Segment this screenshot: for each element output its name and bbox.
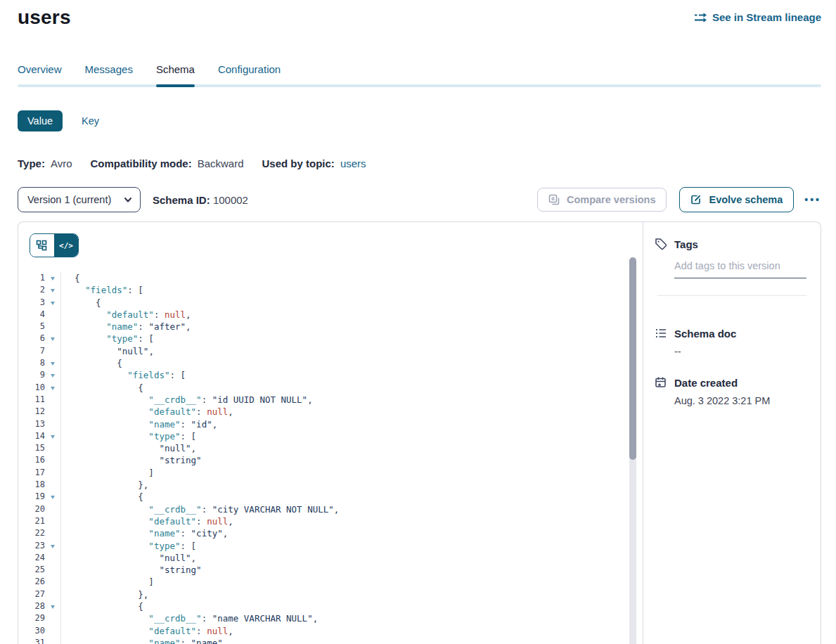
line-number: 17: [30, 467, 45, 479]
schema-doc-section-header: Schema doc: [655, 327, 806, 340]
line-number: 14: [30, 430, 45, 442]
value-tab-button[interactable]: Value: [18, 110, 63, 131]
add-tags-input[interactable]: [674, 250, 806, 278]
tab-schema[interactable]: Schema: [156, 63, 195, 84]
tags-section-header: Tags: [655, 238, 806, 250]
code-line: 21 "default": null,: [30, 515, 643, 527]
code-line: 18 },: [30, 479, 643, 491]
tag-icon: [655, 238, 667, 250]
evolve-schema-button[interactable]: Evolve schema: [679, 187, 794, 212]
fold-toggle-icon[interactable]: [45, 272, 61, 284]
code-line: 11 "__crdb__": "id UUID NOT NULL",: [30, 394, 643, 406]
code-text: ]: [61, 576, 154, 588]
version-select[interactable]: Version 1 (current): [18, 187, 141, 212]
fold-gutter: [45, 552, 61, 564]
code-text: "fields": [: [61, 369, 186, 381]
code-line: 26 ]: [30, 576, 643, 588]
line-number: 29: [30, 612, 45, 624]
code-text: "string": [61, 454, 202, 466]
line-number: 15: [30, 442, 45, 454]
fold-gutter: [45, 321, 61, 333]
fold-gutter: [45, 612, 61, 624]
fold-toggle-icon[interactable]: [45, 382, 61, 394]
line-number: 30: [30, 625, 45, 637]
calendar-plus-icon: [655, 376, 667, 389]
code-line: 7 "null",: [30, 345, 643, 357]
tab-configuration[interactable]: Configuration: [218, 63, 281, 84]
code-line: 19 {: [30, 491, 643, 503]
code-text: "fields": [: [61, 284, 143, 296]
see-in-stream-lineage-link[interactable]: See in Stream lineage: [694, 11, 821, 23]
line-number: 9: [30, 369, 45, 381]
code-text: "name": "name",: [61, 637, 228, 644]
code-line: 6 "type": [: [30, 333, 643, 344]
schema-page: users See in Stream lineage OverviewMess…: [0, 0, 836, 644]
code-text: "default": null,: [61, 625, 233, 637]
tree-view-icon: [36, 240, 49, 251]
sidebar-divider: [657, 295, 806, 296]
line-number: 22: [30, 527, 45, 539]
code-line: 27 },: [30, 588, 643, 600]
date-created-title: Date created: [674, 377, 738, 389]
tree-view-button[interactable]: [30, 234, 54, 257]
type-value: Avro: [51, 157, 72, 169]
fold-toggle-icon[interactable]: [45, 333, 61, 344]
code-line: 1{: [30, 272, 643, 284]
line-number: 2: [30, 284, 45, 296]
doc-list-icon: [655, 327, 667, 340]
code-view-icon: </>: [59, 241, 73, 250]
line-number: 24: [30, 552, 45, 564]
date-created-value: Aug. 3 2022 3:21 PM: [674, 395, 806, 406]
schema-doc-title: Schema doc: [674, 328, 736, 340]
tab-messages[interactable]: Messages: [85, 63, 133, 84]
code-view-button[interactable]: </>: [54, 234, 78, 257]
fold-gutter: [45, 479, 61, 491]
schema-doc-value: --: [674, 346, 806, 357]
editor-scrollbar-track[interactable]: [629, 257, 636, 644]
schema-code-editor[interactable]: 1{2 "fields": [3 {4 "default": null,5 "n…: [30, 272, 643, 644]
line-number: 26: [30, 576, 45, 588]
tab-track: [18, 84, 821, 87]
compatibility-value: Backward: [198, 157, 244, 169]
code-text: {: [61, 357, 122, 369]
fold-gutter: [45, 394, 61, 406]
fold-gutter: [45, 527, 61, 539]
fold-toggle-icon[interactable]: [45, 284, 61, 296]
fold-toggle-icon[interactable]: [45, 430, 61, 442]
code-text: "default": null,: [61, 406, 233, 418]
more-actions-button[interactable]: •••: [804, 194, 821, 205]
value-key-toggle: Value Key: [18, 110, 821, 131]
compare-versions-button[interactable]: Compare versions: [537, 188, 667, 212]
code-text: {: [61, 600, 143, 612]
fold-toggle-icon[interactable]: [45, 357, 61, 369]
fold-toggle-icon[interactable]: [45, 491, 61, 503]
editor-scrollbar-thumb[interactable]: [629, 257, 636, 460]
line-number: 20: [30, 503, 45, 515]
code-line: 24 "null",: [30, 552, 643, 564]
code-line: 13 "name": "id",: [30, 418, 643, 430]
fold-gutter: [45, 309, 61, 321]
key-tab-button[interactable]: Key: [82, 115, 99, 127]
code-text: {: [61, 297, 101, 309]
code-line: 5 "name": "after",: [30, 321, 643, 333]
fold-toggle-icon[interactable]: [45, 369, 61, 381]
fold-toggle-icon[interactable]: [45, 540, 61, 552]
code-text: "__crdb__": "city VARCHAR NOT NULL",: [61, 503, 339, 515]
code-line: 10 {: [30, 382, 643, 394]
topic-link[interactable]: users: [340, 157, 366, 169]
schema-editor-panel[interactable]: </> 1{2 "fields": [3 {4 "default": null,…: [18, 222, 643, 644]
code-line: 20 "__crdb__": "city VARCHAR NOT NULL",: [30, 503, 643, 515]
fold-toggle-icon[interactable]: [45, 297, 61, 309]
code-text: "type": [: [61, 333, 154, 344]
code-line: 29 "__crdb__": "name VARCHAR NULL",: [30, 612, 643, 624]
stream-lineage-icon: [694, 12, 707, 23]
fold-gutter: [45, 467, 61, 479]
editor-view-toggle: </>: [30, 233, 79, 257]
fold-toggle-icon[interactable]: [45, 600, 61, 612]
line-number: 8: [30, 357, 45, 369]
code-text: "__crdb__": "name VARCHAR NULL",: [61, 612, 318, 624]
schema-content-panel: </> 1{2 "fields": [3 {4 "default": null,…: [18, 221, 821, 644]
fold-gutter: [45, 625, 61, 637]
tab-overview[interactable]: Overview: [18, 63, 62, 84]
fold-gutter: [45, 418, 61, 430]
